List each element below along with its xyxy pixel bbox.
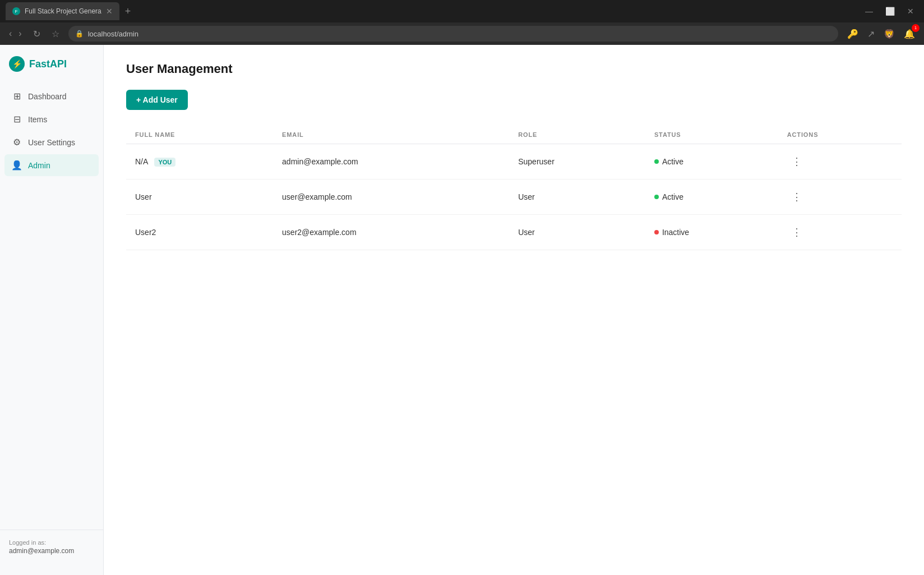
table-header-row: Full Name Email Role Status Actions — [126, 126, 902, 144]
security-icon: 🔒 — [75, 30, 84, 38]
forward-button[interactable]: › — [16, 26, 24, 41]
logged-in-email: admin@example.com — [9, 547, 94, 555]
logo-text: FastAPI — [29, 58, 67, 70]
status-cell: Active — [654, 157, 769, 166]
main-content: User Management + Add User Full Name Ema… — [104, 45, 924, 575]
status-label: Inactive — [662, 228, 689, 237]
key-icon[interactable]: 🔑 — [845, 26, 861, 42]
logo-icon: ⚡ — [9, 56, 25, 72]
nav-arrows: ‹ › — [7, 26, 24, 41]
tab-bar: F Full Stack Project Genera ✕ + — [6, 2, 856, 20]
user-table: Full Name Email Role Status Actions N/A … — [126, 126, 902, 250]
col-email: Email — [273, 126, 509, 144]
cell-actions: ⋮ — [778, 180, 902, 215]
cell-status: Active — [645, 144, 778, 180]
brave-shield-icon[interactable]: 🦁 — [881, 26, 897, 42]
cell-role: User — [509, 215, 645, 250]
app-container: ⚡ FastAPI ⊞ Dashboard ⊟ Items ⚙ User Set… — [0, 45, 924, 575]
add-user-button[interactable]: + Add User — [126, 90, 188, 110]
tab-close-button[interactable]: ✕ — [106, 7, 113, 16]
table-header: Full Name Email Role Status Actions — [126, 126, 902, 144]
sidebar-item-label-admin: Admin — [28, 161, 50, 170]
cell-email: user2@example.com — [273, 215, 509, 250]
cell-actions: ⋮ — [778, 215, 902, 250]
you-badge: YOU — [154, 158, 175, 167]
share-icon[interactable]: ↗ — [865, 26, 877, 42]
sidebar-item-label-user-settings: User Settings — [28, 138, 75, 147]
items-icon: ⊟ — [11, 114, 22, 125]
tab-title: Full Stack Project Genera — [25, 7, 101, 15]
sidebar-item-admin[interactable]: 👤 Admin — [4, 154, 99, 176]
sidebar: ⚡ FastAPI ⊞ Dashboard ⊟ Items ⚙ User Set… — [0, 45, 104, 575]
active-tab[interactable]: F Full Stack Project Genera ✕ — [6, 2, 119, 20]
sidebar-item-items[interactable]: ⊟ Items — [4, 108, 99, 130]
sidebar-item-user-settings[interactable]: ⚙ User Settings — [4, 131, 99, 153]
address-bar[interactable]: 🔒 localhost/admin — [68, 26, 838, 42]
url-display: localhost/admin — [88, 30, 138, 38]
table-body: N/A YOU admin@example.com Superuser Acti… — [126, 144, 902, 250]
table-row: User2 user2@example.com User Inactive ⋮ — [126, 215, 902, 250]
sidebar-item-label-dashboard: Dashboard — [28, 92, 67, 101]
dashboard-icon: ⊞ — [11, 91, 22, 102]
new-tab-button[interactable]: + — [123, 3, 133, 20]
cell-status: Active — [645, 180, 778, 215]
col-role: Role — [509, 126, 645, 144]
cell-full-name: User2 — [126, 215, 273, 250]
status-dot-active — [654, 159, 659, 164]
sidebar-item-dashboard[interactable]: ⊞ Dashboard — [4, 85, 99, 107]
browser-chrome: F Full Stack Project Genera ✕ + — ⬜ ✕ — [0, 0, 924, 22]
actions-menu-button[interactable]: ⋮ — [787, 224, 806, 241]
col-actions: Actions — [778, 126, 902, 144]
back-button[interactable]: ‹ — [7, 26, 14, 41]
cell-role: User — [509, 180, 645, 215]
user-full-name: N/A — [135, 157, 148, 166]
sidebar-nav: ⊞ Dashboard ⊟ Items ⚙ User Settings 👤 Ad… — [0, 85, 103, 530]
actions-menu-button[interactable]: ⋮ — [787, 188, 806, 205]
col-status: Status — [645, 126, 778, 144]
maximize-button[interactable]: ⬜ — [881, 4, 899, 18]
table-row: User user@example.com User Active ⋮ — [126, 180, 902, 215]
cell-status: Inactive — [645, 215, 778, 250]
col-full-name: Full Name — [126, 126, 273, 144]
status-cell: Inactive — [654, 228, 769, 237]
status-dot-active — [654, 195, 659, 199]
tab-favicon: F — [12, 7, 20, 15]
actions-menu-button[interactable]: ⋮ — [787, 153, 806, 170]
browser-window-controls: — ⬜ ✕ — [861, 4, 918, 18]
refresh-button[interactable]: ↻ — [31, 26, 43, 42]
cell-full-name: User — [126, 180, 273, 215]
cell-actions: ⋮ — [778, 144, 902, 180]
status-dot-inactive — [654, 230, 659, 234]
cell-full-name: N/A YOU — [126, 144, 273, 180]
logged-in-label: Logged in as: — [9, 539, 94, 546]
table-row: N/A YOU admin@example.com Superuser Acti… — [126, 144, 902, 180]
close-window-button[interactable]: ✕ — [903, 4, 918, 18]
status-cell: Active — [654, 192, 769, 201]
status-label: Active — [662, 157, 683, 166]
cell-email: user@example.com — [273, 180, 509, 215]
cell-email: admin@example.com — [273, 144, 509, 180]
notification-count: 1 — [912, 24, 920, 32]
cell-role: Superuser — [509, 144, 645, 180]
settings-icon: ⚙ — [11, 137, 22, 148]
status-label: Active — [662, 192, 683, 201]
minimize-button[interactable]: — — [861, 4, 877, 18]
navigation-bar: ‹ › ↻ ☆ 🔒 localhost/admin 🔑 ↗ 🦁 🔔 1 👤 — [0, 22, 924, 45]
page-title: User Management — [126, 62, 902, 76]
bookmark-button[interactable]: ☆ — [49, 26, 62, 42]
sidebar-item-label-items: Items — [28, 115, 47, 124]
sidebar-footer: Logged in as: admin@example.com — [0, 530, 103, 564]
admin-icon: 👤 — [11, 160, 22, 171]
notification-icon[interactable]: 🔔 1 — [902, 26, 917, 42]
browser-toolbar-icons: 🔑 ↗ 🦁 🔔 1 — [845, 26, 917, 42]
sidebar-logo: ⚡ FastAPI — [0, 56, 103, 85]
